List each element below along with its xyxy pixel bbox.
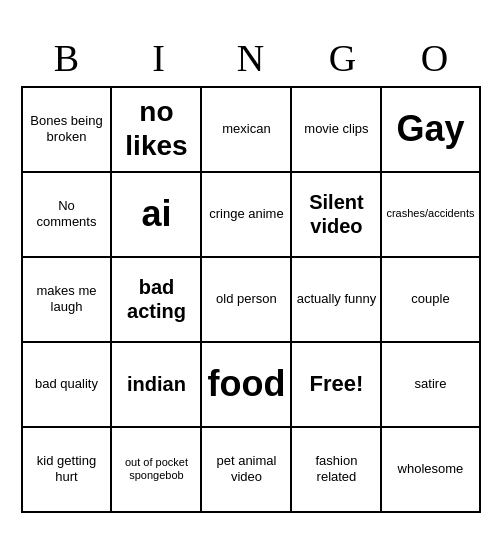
bingo-grid: Bones being brokenno likesmexicanmovie c… <box>21 86 481 513</box>
bingo-cell-1: no likes <box>112 88 202 173</box>
bingo-cell-12: old person <box>202 258 292 343</box>
bingo-cell-17: food <box>202 343 292 428</box>
bingo-cell-7: cringe anime <box>202 173 292 258</box>
bingo-cell-14: couple <box>382 258 480 343</box>
bingo-cell-6: ai <box>112 173 202 258</box>
bingo-cell-0: Bones being broken <box>23 88 113 173</box>
bingo-cell-18: Free! <box>292 343 382 428</box>
bingo-cell-4: Gay <box>382 88 480 173</box>
bingo-cell-21: out of pocket spongebob <box>112 428 202 513</box>
bingo-cell-23: fashion related <box>292 428 382 513</box>
bingo-cell-8: Silent video <box>292 173 382 258</box>
bingo-letter-g: G <box>297 32 389 84</box>
bingo-cell-22: pet animal video <box>202 428 292 513</box>
bingo-cell-20: kid getting hurt <box>23 428 113 513</box>
bingo-cell-2: mexican <box>202 88 292 173</box>
bingo-cell-13: actually funny <box>292 258 382 343</box>
bingo-letter-o: O <box>389 32 481 84</box>
bingo-cell-10: makes me laugh <box>23 258 113 343</box>
bingo-cell-11: bad acting <box>112 258 202 343</box>
bingo-letter-n: N <box>205 32 297 84</box>
bingo-letter-b: B <box>21 32 113 84</box>
bingo-cell-5: No comments <box>23 173 113 258</box>
bingo-cell-3: movie clips <box>292 88 382 173</box>
bingo-header: BINGO <box>21 32 481 84</box>
bingo-card: BINGO Bones being brokenno likesmexicanm… <box>11 22 491 523</box>
bingo-cell-9: crashes/accidents <box>382 173 480 258</box>
bingo-letter-i: I <box>113 32 205 84</box>
bingo-cell-19: satire <box>382 343 480 428</box>
bingo-cell-15: bad quality <box>23 343 113 428</box>
bingo-cell-24: wholesome <box>382 428 480 513</box>
bingo-cell-16: indian <box>112 343 202 428</box>
